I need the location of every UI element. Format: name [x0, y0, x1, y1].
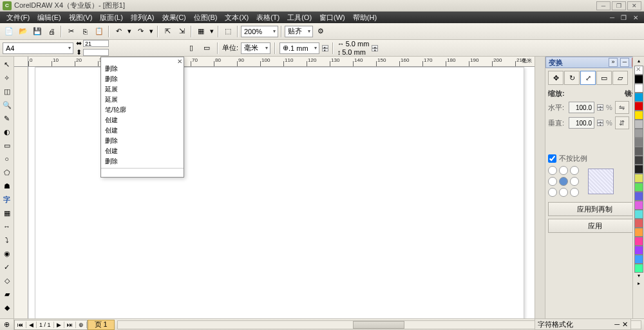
h-spin[interactable]: ▴▾: [597, 104, 603, 111]
mdi-minimize[interactable]: ─: [607, 14, 618, 21]
smart-fill-tool[interactable]: ◐: [1, 125, 14, 138]
page-width[interactable]: [83, 40, 109, 47]
char-docker-close[interactable]: ✕: [622, 320, 628, 329]
menu-table[interactable]: 表格(T): [252, 13, 283, 23]
color-swatch[interactable]: [634, 75, 643, 84]
color-swatch[interactable]: [634, 246, 643, 255]
history-item[interactable]: 创建: [104, 125, 181, 136]
table-tool[interactable]: ▦: [1, 206, 14, 219]
redo-button[interactable]: ↷: [134, 25, 147, 38]
new-button[interactable]: 📄: [3, 25, 15, 38]
landscape-button[interactable]: ▭: [200, 42, 213, 55]
dup-spin[interactable]: ▴▾: [372, 45, 378, 51]
unit-combo[interactable]: 毫米: [241, 42, 270, 54]
mirror-v-button[interactable]: ⇵: [615, 116, 629, 129]
close-button[interactable]: ✕: [627, 1, 641, 10]
color-swatch[interactable]: [634, 84, 643, 93]
outline-tool[interactable]: ◇: [1, 274, 14, 287]
color-swatch[interactable]: [634, 219, 643, 228]
menu-bitmap[interactable]: 位图(B): [190, 13, 222, 23]
pick-tool[interactable]: ↖: [1, 58, 14, 71]
history-item[interactable]: 笔/轮廓: [104, 105, 181, 115]
open-button[interactable]: 📂: [17, 25, 30, 38]
ellipse-tool[interactable]: ○: [1, 152, 14, 165]
first-page[interactable]: ⏮: [15, 322, 26, 328]
shape-tool[interactable]: ✧: [1, 71, 14, 84]
docker-minimize[interactable]: ─: [620, 58, 629, 67]
palette-up[interactable]: ▴: [638, 58, 640, 66]
docker-strip[interactable]: [535, 57, 545, 318]
color-swatch[interactable]: [634, 111, 643, 120]
eyedropper-tool[interactable]: ✓: [1, 261, 14, 273]
cut-button[interactable]: ✂: [64, 25, 77, 38]
color-swatch[interactable]: [634, 93, 643, 102]
color-swatch[interactable]: [634, 165, 643, 174]
text-tool[interactable]: 字: [1, 193, 14, 206]
menu-effects[interactable]: 效果(C): [158, 13, 190, 23]
history-item[interactable]: 删除: [104, 156, 181, 167]
app-launcher-dropdown[interactable]: ▾: [209, 25, 215, 38]
palette-flyout[interactable]: ▸: [638, 280, 640, 288]
character-format-docker[interactable]: 字符格式化 ─ ✕: [535, 318, 631, 330]
welcome-button[interactable]: ⬚: [222, 25, 234, 38]
color-swatch[interactable]: [634, 255, 643, 264]
mirror-h-button[interactable]: ⇋: [615, 101, 629, 114]
v-value[interactable]: [569, 117, 594, 129]
page-height[interactable]: [83, 49, 109, 56]
menu-tools[interactable]: 工具(O): [283, 13, 316, 23]
redo-dropdown[interactable]: ▾: [148, 25, 155, 38]
zoom-tool[interactable]: 🔍: [1, 98, 14, 111]
crop-tool[interactable]: ◫: [1, 85, 14, 98]
app-launcher[interactable]: ▦: [194, 25, 207, 38]
menu-view[interactable]: 视图(V): [65, 13, 97, 23]
ruler-origin[interactable]: [14, 57, 28, 67]
no-color-swatch[interactable]: [634, 66, 643, 75]
v-spin[interactable]: ▴▾: [597, 120, 603, 126]
basic-shapes-tool[interactable]: ☗: [1, 179, 14, 192]
last-page[interactable]: ⏭: [64, 322, 76, 328]
size-tab[interactable]: ▭: [596, 71, 612, 85]
rectangle-tool[interactable]: ▭: [1, 139, 14, 152]
non-proportional-checkbox[interactable]: [548, 154, 556, 163]
menu-edit[interactable]: 编辑(E): [33, 13, 65, 23]
paper-size-combo[interactable]: A4: [3, 42, 73, 54]
history-item[interactable]: 删除: [104, 64, 181, 74]
history-item[interactable]: 删除: [104, 136, 181, 146]
apply-duplicate-button[interactable]: 应用到再制: [548, 202, 641, 216]
dimension-tool[interactable]: ↔: [1, 220, 14, 233]
portrait-button[interactable]: ▯: [185, 42, 198, 55]
page-tab-1[interactable]: 页 1: [88, 320, 115, 330]
color-swatch[interactable]: [634, 156, 643, 165]
page-add-icon[interactable]: ⊕: [0, 319, 14, 330]
docker-expand[interactable]: »: [609, 58, 618, 67]
paste-button[interactable]: 📋: [93, 25, 106, 38]
history-item[interactable]: 删除: [104, 74, 181, 84]
color-swatch[interactable]: [634, 174, 643, 183]
minimize-button[interactable]: ─: [596, 1, 611, 10]
position-tab[interactable]: ✥: [548, 71, 564, 85]
skew-tab[interactable]: ▱: [612, 71, 628, 85]
color-swatch[interactable]: [634, 201, 643, 210]
color-swatch[interactable]: [634, 147, 643, 156]
history-item[interactable]: 创建: [104, 146, 181, 156]
menu-arrange[interactable]: 排列(A): [127, 13, 158, 23]
menu-layout[interactable]: 版面(L): [96, 13, 126, 23]
mdi-restore[interactable]: ❐: [618, 14, 630, 21]
menu-window[interactable]: 窗口(W): [316, 13, 349, 23]
color-swatch[interactable]: [634, 192, 643, 201]
history-item[interactable]: 创建: [104, 115, 181, 125]
zoom-combo[interactable]: 200%: [241, 26, 278, 37]
menu-file[interactable]: 文件(F): [3, 13, 33, 23]
copy-button[interactable]: ⎘: [79, 25, 91, 38]
history-close[interactable]: ✕: [177, 58, 182, 65]
nudge-combo[interactable]: ⊕ .1 mm: [279, 42, 319, 54]
color-swatch[interactable]: [634, 129, 643, 138]
history-item[interactable]: 延展: [104, 84, 181, 95]
menu-help[interactable]: 帮助(H): [349, 13, 381, 23]
anchor-grid[interactable]: [548, 166, 579, 197]
nudge-spin[interactable]: ▴▾: [322, 45, 328, 51]
color-swatch[interactable]: [634, 237, 643, 246]
polygon-tool[interactable]: ⬠: [1, 166, 14, 179]
prev-page[interactable]: ◀: [26, 322, 37, 328]
char-docker-min[interactable]: ─: [614, 320, 620, 328]
